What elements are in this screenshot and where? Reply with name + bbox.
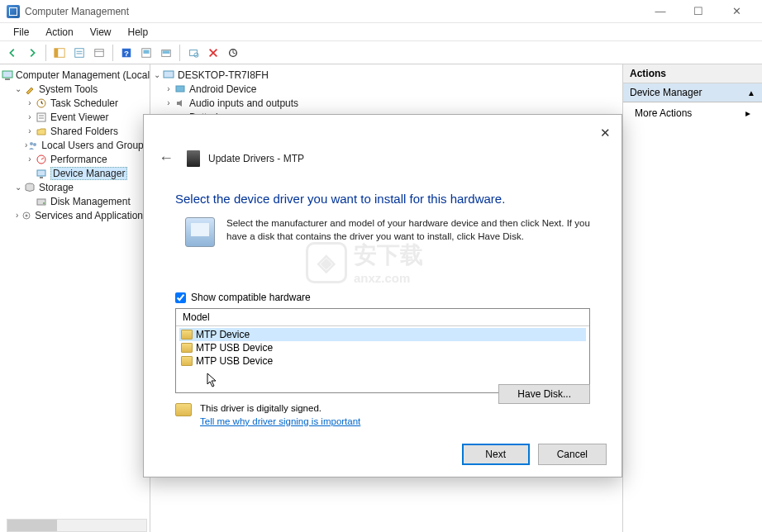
tree-local-users[interactable]: › Local Users and Groups (2, 138, 148, 152)
show-hide-tree-button[interactable] (50, 44, 69, 62)
expand-icon[interactable]: › (164, 84, 174, 93)
device-manager-icon (35, 167, 48, 180)
clock-icon (35, 97, 48, 110)
tree-storage[interactable]: ⌄ Storage (2, 180, 148, 194)
next-button[interactable]: Next (462, 444, 530, 465)
disk-icon (35, 195, 48, 208)
driver-item[interactable]: MTP Device (179, 328, 586, 341)
menu-view[interactable]: View (82, 25, 120, 40)
collapse-icon[interactable]: ⌄ (13, 183, 23, 192)
titlebar: Computer Management — ☐ ✕ (0, 0, 762, 23)
export-list-button[interactable] (90, 44, 108, 62)
svg-point-23 (33, 143, 36, 146)
svg-rect-16 (2, 71, 12, 78)
tree-device-manager[interactable]: Device Manager (2, 166, 148, 180)
svg-rect-2 (75, 48, 84, 57)
have-disk-button[interactable]: Have Disk... (498, 384, 590, 404)
tree-task-scheduler[interactable]: › Task Scheduler (2, 96, 148, 110)
driver-icon (181, 356, 193, 366)
collapse-icon[interactable]: ⌄ (152, 70, 162, 79)
driver-icon (181, 330, 193, 340)
show-compatible-label[interactable]: Show compatible hardware (191, 292, 311, 303)
svg-rect-33 (176, 86, 184, 92)
driver-item[interactable]: MTP USB Device (179, 341, 586, 354)
dialog-headline: Select the device driver you want to ins… (144, 177, 622, 212)
device-host[interactable]: ⌄ DESKTOP-TR7I8FH (152, 68, 621, 82)
device-audio[interactable]: › Audio inputs and outputs (152, 96, 621, 110)
dialog-title: Update Drivers - MTP (208, 153, 304, 164)
monitor-icon (174, 83, 187, 96)
toolbar-separator (112, 45, 113, 61)
collapse-icon[interactable]: ▲ (747, 88, 755, 97)
close-button[interactable]: ✕ (717, 0, 755, 23)
dialog-back-button[interactable]: ← (154, 148, 179, 169)
expand-icon[interactable]: › (164, 98, 174, 107)
svg-rect-1 (55, 48, 58, 57)
svg-point-29 (43, 202, 45, 204)
device-android[interactable]: › Android Device (152, 82, 621, 96)
svg-point-31 (26, 214, 28, 216)
toolbar-separator (45, 45, 46, 61)
nav-back-button[interactable] (3, 44, 21, 62)
dialog-close-button[interactable]: ✕ (595, 123, 615, 143)
actions-more[interactable]: More Actions ▸ (623, 102, 762, 124)
toolbar-icon[interactable] (137, 44, 155, 62)
tools-icon (23, 83, 36, 96)
cancel-button[interactable]: Cancel (538, 444, 607, 465)
minimize-button[interactable]: — (641, 0, 679, 23)
horizontal-scrollbar[interactable] (7, 519, 147, 532)
chevron-right-icon: ▸ (745, 107, 750, 119)
show-compatible-checkbox[interactable] (175, 292, 186, 303)
svg-rect-12 (163, 50, 170, 54)
svg-rect-5 (95, 49, 104, 56)
dialog-instructions: Select the manufacturer and model of you… (226, 217, 590, 247)
console-tree-pane[interactable]: Computer Management (Local) ⌄ System Too… (0, 64, 150, 532)
performance-icon (35, 153, 48, 166)
tree-shared-folders[interactable]: › Shared Folders (2, 124, 148, 138)
driver-item[interactable]: MTP USB Device (179, 354, 586, 368)
window-title: Computer Management (25, 6, 129, 17)
svg-rect-32 (164, 71, 174, 78)
toolbar-icon[interactable] (157, 44, 175, 62)
refresh-button[interactable] (224, 44, 242, 62)
expand-icon[interactable]: › (25, 126, 35, 135)
scan-hardware-button[interactable] (184, 44, 202, 62)
tree-event-viewer[interactable]: › Event Viewer (2, 110, 148, 124)
tree-services-apps[interactable]: › Services and Applications (2, 208, 148, 222)
uninstall-device-button[interactable] (204, 44, 222, 62)
tree-performance[interactable]: › Performance (2, 152, 148, 166)
svg-rect-19 (37, 113, 45, 121)
expand-icon[interactable]: › (25, 98, 35, 107)
tree-disk-management[interactable]: Disk Management (2, 194, 148, 208)
signed-icon (175, 403, 192, 416)
nav-forward-button[interactable] (23, 44, 41, 62)
maximize-button[interactable]: ☐ (679, 0, 717, 23)
svg-rect-10 (144, 50, 150, 53)
services-icon (21, 209, 32, 222)
svg-point-22 (30, 142, 33, 145)
expand-icon[interactable]: › (13, 211, 21, 220)
tree-system-tools[interactable]: ⌄ System Tools (2, 82, 148, 96)
svg-point-14 (194, 53, 198, 57)
help-button[interactable]: ? (117, 44, 136, 62)
expand-icon[interactable]: › (25, 154, 35, 164)
tree-root[interactable]: Computer Management (Local) (2, 68, 148, 82)
menu-action[interactable]: Action (37, 25, 81, 40)
properties-button[interactable] (70, 44, 88, 62)
driver-list[interactable]: Model MTP Device MTP USB Device MTP USB … (175, 308, 590, 393)
model-column-header[interactable]: Model (176, 309, 589, 326)
svg-text:?: ? (124, 48, 129, 57)
toolbar: ? (0, 41, 762, 64)
speaker-icon (174, 97, 187, 110)
event-log-icon (35, 111, 48, 124)
window-controls: — ☐ ✕ (641, 0, 755, 23)
svg-rect-28 (37, 199, 45, 205)
storage-icon (23, 181, 36, 194)
actions-section[interactable]: Device Manager ▲ (623, 83, 762, 102)
menu-help[interactable]: Help (120, 25, 157, 40)
actions-pane: Actions Device Manager ▲ More Actions ▸ (623, 64, 762, 532)
expand-icon[interactable]: › (25, 112, 35, 121)
menu-file[interactable]: File (5, 25, 37, 40)
collapse-icon[interactable]: ⌄ (13, 84, 23, 93)
signing-info-link[interactable]: Tell me why driver signing is important (200, 416, 360, 426)
